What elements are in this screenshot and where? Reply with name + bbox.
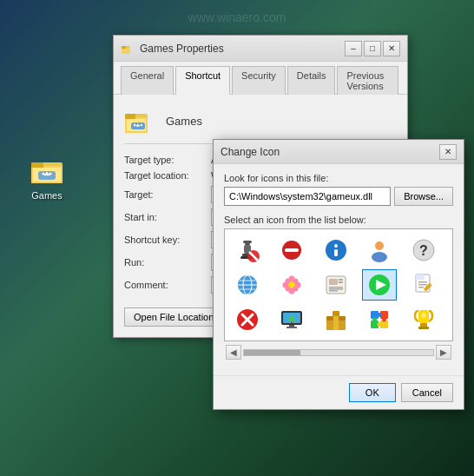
- svg-point-18: [141, 124, 142, 126]
- properties-title-icon: [121, 42, 135, 56]
- browse-button[interactable]: Browse...: [394, 187, 453, 206]
- svg-text:?: ?: [419, 243, 428, 258]
- app-large-icon: [124, 105, 155, 136]
- tab-previous-versions[interactable]: Previous Versions: [337, 66, 398, 95]
- open-file-location-button[interactable]: Open File Location: [124, 307, 223, 327]
- file-input-row: Browse...: [224, 187, 453, 206]
- window-controls: – □ ✕: [345, 41, 400, 56]
- file-path-input[interactable]: [224, 187, 391, 206]
- watermark-text: www.winaero.com: [188, 10, 286, 24]
- svg-rect-88: [418, 327, 429, 329]
- target-type-label: Target type:: [124, 155, 211, 165]
- svg-rect-57: [329, 290, 338, 292]
- svg-point-85: [382, 318, 386, 322]
- svg-rect-22: [245, 243, 250, 245]
- ok-button[interactable]: OK: [349, 383, 396, 402]
- svg-rect-61: [416, 274, 425, 280]
- icon-info[interactable]: [319, 235, 353, 266]
- svg-point-86: [378, 322, 382, 327]
- icon-trophy[interactable]: [406, 304, 441, 335]
- scroll-track[interactable]: [243, 349, 434, 356]
- svg-point-31: [334, 244, 338, 248]
- svg-rect-10: [122, 48, 130, 54]
- svg-point-33: [375, 241, 384, 250]
- icon-flowers[interactable]: [274, 269, 309, 301]
- tab-security[interactable]: Security: [232, 66, 286, 95]
- svg-rect-8: [44, 174, 49, 175]
- tab-general[interactable]: General: [121, 66, 174, 95]
- icon-chess[interactable]: [230, 235, 265, 266]
- scroll-thumb: [244, 350, 300, 355]
- svg-rect-63: [418, 284, 427, 286]
- icon-globe[interactable]: [230, 269, 265, 301]
- start-in-label: Start in:: [124, 212, 211, 222]
- svg-rect-2: [31, 162, 43, 168]
- icon-no-entry[interactable]: [274, 235, 309, 266]
- minimize-button[interactable]: –: [345, 41, 362, 56]
- scroll-left-arrow[interactable]: ◀: [226, 345, 241, 360]
- svg-rect-62: [418, 281, 427, 283]
- target-location-label: Target location:: [124, 170, 211, 181]
- scroll-row: ◀ ▶: [224, 345, 453, 360]
- run-label: Run:: [124, 257, 211, 268]
- icon-play[interactable]: [362, 269, 397, 301]
- icon-question[interactable]: ?: [406, 235, 441, 266]
- close-button[interactable]: ✕: [383, 41, 400, 56]
- properties-titlebar: Games Properties – □ ✕: [114, 36, 407, 62]
- svg-rect-78: [332, 311, 339, 316]
- svg-rect-74: [291, 321, 293, 323]
- icon-screen[interactable]: [274, 304, 309, 335]
- svg-rect-11: [122, 46, 126, 49]
- svg-rect-56: [329, 288, 343, 290]
- svg-rect-54: [339, 281, 343, 283]
- icons-grid-container: ?: [224, 228, 453, 341]
- tab-details[interactable]: Details: [287, 66, 336, 95]
- svg-rect-52: [329, 279, 338, 285]
- svg-point-47: [285, 279, 290, 284]
- svg-rect-87: [420, 323, 427, 327]
- svg-rect-72: [286, 327, 297, 328]
- dialog-close-button[interactable]: ✕: [439, 144, 457, 160]
- svg-point-17: [134, 124, 135, 126]
- dialog-content: Look for icons in this file: Browse... S…: [214, 164, 464, 375]
- dialog-footer: OK Cancel: [214, 375, 464, 409]
- target-label: Target:: [124, 189, 211, 200]
- tab-shortcut[interactable]: Shortcut: [175, 66, 230, 95]
- icon-x-red[interactable]: [230, 304, 265, 335]
- svg-point-84: [372, 318, 377, 322]
- icons-grid: ?: [225, 229, 452, 340]
- games-folder-icon: [30, 152, 64, 187]
- icons-grid-label: Select an icon from the list below:: [224, 215, 453, 225]
- svg-rect-20: [136, 125, 141, 127]
- svg-point-50: [293, 287, 298, 292]
- svg-rect-21: [243, 241, 252, 243]
- dialog-titlebar: Change Icon ✕: [214, 140, 464, 164]
- cancel-button[interactable]: Cancel: [401, 383, 453, 402]
- tabs-bar: General Shortcut Security Details Previo…: [114, 62, 407, 95]
- svg-point-48: [293, 279, 298, 284]
- icon-box[interactable]: [319, 304, 353, 335]
- scroll-right-arrow[interactable]: ▶: [436, 345, 451, 360]
- desktop-icon-label: Games: [31, 190, 62, 201]
- svg-rect-29: [285, 248, 299, 252]
- svg-rect-77: [333, 314, 339, 330]
- icon-puzzle[interactable]: [362, 304, 397, 335]
- desktop-icon-games[interactable]: Games: [19, 152, 75, 201]
- titlebar-left: Games Properties: [121, 42, 224, 56]
- app-name-text: Games: [166, 115, 202, 128]
- dialog-title-text: Change Icon: [221, 146, 280, 158]
- shortcut-key-label: Shortcut key:: [124, 235, 211, 245]
- svg-rect-71: [289, 325, 294, 327]
- maximize-button[interactable]: □: [364, 41, 381, 56]
- comment-label: Comment:: [124, 280, 211, 290]
- svg-rect-64: [418, 287, 424, 288]
- svg-point-34: [372, 252, 387, 262]
- icon-user[interactable]: [362, 235, 397, 266]
- svg-point-49: [285, 287, 290, 292]
- icon-document[interactable]: [406, 269, 441, 301]
- svg-point-83: [378, 313, 382, 317]
- icon-newspaper[interactable]: [319, 269, 353, 301]
- svg-point-90: [421, 313, 426, 318]
- svg-rect-14: [125, 114, 135, 119]
- svg-rect-32: [334, 249, 338, 256]
